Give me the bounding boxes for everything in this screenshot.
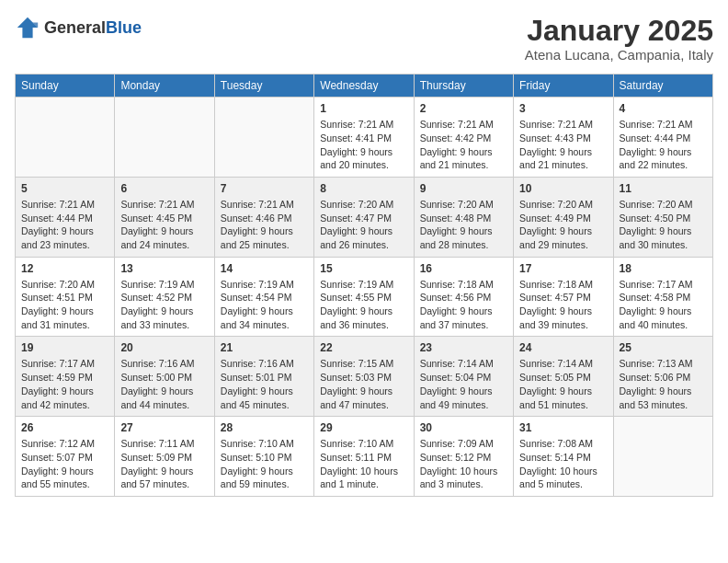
day-number: 16 xyxy=(420,262,507,275)
calendar-cell: 18Sunrise: 7:17 AM Sunset: 4:58 PM Dayli… xyxy=(613,257,712,337)
calendar-cell: 13Sunrise: 7:19 AM Sunset: 4:52 PM Dayli… xyxy=(115,257,214,337)
day-info: Sunrise: 7:20 AM Sunset: 4:48 PM Dayligh… xyxy=(420,198,507,252)
day-info: Sunrise: 7:19 AM Sunset: 4:52 PM Dayligh… xyxy=(120,278,208,332)
logo-blue-text: Blue xyxy=(106,19,142,36)
calendar-week-row: 12Sunrise: 7:20 AM Sunset: 4:51 PM Dayli… xyxy=(16,257,713,337)
weekday-header-friday: Friday xyxy=(514,75,613,98)
weekday-header-wednesday: Wednesday xyxy=(314,75,414,98)
day-number: 17 xyxy=(519,262,607,275)
calendar-cell: 24Sunrise: 7:14 AM Sunset: 5:05 PM Dayli… xyxy=(514,337,613,417)
day-info: Sunrise: 7:21 AM Sunset: 4:44 PM Dayligh… xyxy=(620,118,707,172)
day-number: 28 xyxy=(221,421,308,434)
day-info: Sunrise: 7:13 AM Sunset: 5:06 PM Dayligh… xyxy=(620,357,707,411)
calendar-cell xyxy=(214,98,313,178)
day-number: 4 xyxy=(620,102,707,115)
weekday-header-monday: Monday xyxy=(115,75,214,98)
day-number: 22 xyxy=(320,341,407,354)
day-info: Sunrise: 7:20 AM Sunset: 4:50 PM Dayligh… xyxy=(620,198,707,252)
weekday-header-saturday: Saturday xyxy=(613,75,712,98)
day-info: Sunrise: 7:18 AM Sunset: 4:57 PM Dayligh… xyxy=(519,278,607,332)
calendar-cell: 30Sunrise: 7:09 AM Sunset: 5:12 PM Dayli… xyxy=(414,417,513,497)
day-info: Sunrise: 7:15 AM Sunset: 5:03 PM Dayligh… xyxy=(320,357,407,411)
day-info: Sunrise: 7:17 AM Sunset: 4:58 PM Dayligh… xyxy=(620,278,707,332)
calendar-cell: 4Sunrise: 7:21 AM Sunset: 4:44 PM Daylig… xyxy=(613,98,712,178)
day-number: 26 xyxy=(21,421,108,434)
calendar-cell: 25Sunrise: 7:13 AM Sunset: 5:06 PM Dayli… xyxy=(613,337,712,417)
day-info: Sunrise: 7:11 AM Sunset: 5:09 PM Dayligh… xyxy=(120,437,208,491)
day-info: Sunrise: 7:14 AM Sunset: 5:05 PM Dayligh… xyxy=(519,357,607,411)
day-number: 15 xyxy=(320,262,407,275)
day-number: 18 xyxy=(620,262,707,275)
day-number: 30 xyxy=(420,421,507,434)
weekday-header-tuesday: Tuesday xyxy=(214,75,313,98)
calendar-cell: 14Sunrise: 7:19 AM Sunset: 4:54 PM Dayli… xyxy=(214,257,313,337)
day-info: Sunrise: 7:20 AM Sunset: 4:47 PM Dayligh… xyxy=(320,198,407,252)
calendar-week-row: 19Sunrise: 7:17 AM Sunset: 4:59 PM Dayli… xyxy=(16,337,713,417)
day-info: Sunrise: 7:14 AM Sunset: 5:04 PM Dayligh… xyxy=(420,357,507,411)
calendar-cell: 21Sunrise: 7:16 AM Sunset: 5:01 PM Dayli… xyxy=(214,337,313,417)
day-info: Sunrise: 7:21 AM Sunset: 4:44 PM Dayligh… xyxy=(21,198,108,252)
calendar-cell: 2Sunrise: 7:21 AM Sunset: 4:42 PM Daylig… xyxy=(414,98,513,178)
day-number: 29 xyxy=(320,421,407,434)
day-number: 10 xyxy=(519,182,607,195)
day-number: 12 xyxy=(21,262,108,275)
calendar-week-row: 5Sunrise: 7:21 AM Sunset: 4:44 PM Daylig… xyxy=(16,177,713,257)
day-info: Sunrise: 7:08 AM Sunset: 5:14 PM Dayligh… xyxy=(519,437,607,491)
calendar-cell: 22Sunrise: 7:15 AM Sunset: 5:03 PM Dayli… xyxy=(314,337,414,417)
day-info: Sunrise: 7:21 AM Sunset: 4:45 PM Dayligh… xyxy=(120,198,208,252)
calendar-cell: 28Sunrise: 7:10 AM Sunset: 5:10 PM Dayli… xyxy=(214,417,313,497)
calendar-cell: 7Sunrise: 7:21 AM Sunset: 4:46 PM Daylig… xyxy=(214,177,313,257)
weekday-header-row: SundayMondayTuesdayWednesdayThursdayFrid… xyxy=(16,75,713,98)
calendar-cell: 29Sunrise: 7:10 AM Sunset: 5:11 PM Dayli… xyxy=(314,417,414,497)
calendar-cell: 11Sunrise: 7:20 AM Sunset: 4:50 PM Dayli… xyxy=(613,177,712,257)
calendar-cell: 10Sunrise: 7:20 AM Sunset: 4:49 PM Dayli… xyxy=(514,177,613,257)
svg-marker-0 xyxy=(17,17,38,38)
day-info: Sunrise: 7:16 AM Sunset: 5:00 PM Dayligh… xyxy=(120,357,208,411)
calendar-cell xyxy=(16,98,115,178)
day-number: 31 xyxy=(519,421,607,434)
calendar-cell: 23Sunrise: 7:14 AM Sunset: 5:04 PM Dayli… xyxy=(414,337,513,417)
calendar-cell: 9Sunrise: 7:20 AM Sunset: 4:48 PM Daylig… xyxy=(414,177,513,257)
calendar-cell: 17Sunrise: 7:18 AM Sunset: 4:57 PM Dayli… xyxy=(514,257,613,337)
calendar-cell: 8Sunrise: 7:20 AM Sunset: 4:47 PM Daylig… xyxy=(314,177,414,257)
calendar-cell: 16Sunrise: 7:18 AM Sunset: 4:56 PM Dayli… xyxy=(414,257,513,337)
day-number: 13 xyxy=(120,262,208,275)
calendar-cell xyxy=(613,417,712,497)
day-info: Sunrise: 7:09 AM Sunset: 5:12 PM Dayligh… xyxy=(420,437,507,491)
day-number: 1 xyxy=(320,102,407,115)
day-info: Sunrise: 7:10 AM Sunset: 5:10 PM Dayligh… xyxy=(221,437,308,491)
day-info: Sunrise: 7:21 AM Sunset: 4:46 PM Dayligh… xyxy=(221,198,308,252)
calendar-cell: 31Sunrise: 7:08 AM Sunset: 5:14 PM Dayli… xyxy=(514,417,613,497)
calendar-week-row: 26Sunrise: 7:12 AM Sunset: 5:07 PM Dayli… xyxy=(16,417,713,497)
day-number: 14 xyxy=(221,262,308,275)
weekday-header-thursday: Thursday xyxy=(414,75,513,98)
day-number: 7 xyxy=(221,182,308,195)
calendar-cell: 3Sunrise: 7:21 AM Sunset: 4:43 PM Daylig… xyxy=(514,98,613,178)
calendar-cell xyxy=(115,98,214,178)
day-number: 9 xyxy=(420,182,507,195)
weekday-header-sunday: Sunday xyxy=(16,75,115,98)
day-info: Sunrise: 7:21 AM Sunset: 4:42 PM Dayligh… xyxy=(420,118,507,172)
day-info: Sunrise: 7:21 AM Sunset: 4:41 PM Dayligh… xyxy=(320,118,407,172)
day-info: Sunrise: 7:10 AM Sunset: 5:11 PM Dayligh… xyxy=(320,437,407,491)
day-number: 3 xyxy=(519,102,607,115)
title-block: January 2025 Atena Lucana, Campania, Ita… xyxy=(525,15,713,63)
calendar-cell: 12Sunrise: 7:20 AM Sunset: 4:51 PM Dayli… xyxy=(16,257,115,337)
calendar-cell: 5Sunrise: 7:21 AM Sunset: 4:44 PM Daylig… xyxy=(16,177,115,257)
day-info: Sunrise: 7:12 AM Sunset: 5:07 PM Dayligh… xyxy=(21,437,108,491)
location-subtitle: Atena Lucana, Campania, Italy xyxy=(525,47,713,63)
day-number: 24 xyxy=(519,341,607,354)
calendar-cell: 26Sunrise: 7:12 AM Sunset: 5:07 PM Dayli… xyxy=(16,417,115,497)
day-info: Sunrise: 7:16 AM Sunset: 5:01 PM Dayligh… xyxy=(221,357,308,411)
day-info: Sunrise: 7:20 AM Sunset: 4:49 PM Dayligh… xyxy=(519,198,607,252)
day-info: Sunrise: 7:21 AM Sunset: 4:43 PM Dayligh… xyxy=(519,118,607,172)
calendar-table: SundayMondayTuesdayWednesdayThursdayFrid… xyxy=(15,74,713,497)
day-number: 27 xyxy=(120,421,208,434)
day-info: Sunrise: 7:20 AM Sunset: 4:51 PM Dayligh… xyxy=(21,278,108,332)
day-number: 11 xyxy=(620,182,707,195)
day-info: Sunrise: 7:18 AM Sunset: 4:56 PM Dayligh… xyxy=(420,278,507,332)
calendar-cell: 1Sunrise: 7:21 AM Sunset: 4:41 PM Daylig… xyxy=(314,98,414,178)
day-number: 6 xyxy=(120,182,208,195)
logo: General Blue xyxy=(15,15,142,40)
calendar-cell: 19Sunrise: 7:17 AM Sunset: 4:59 PM Dayli… xyxy=(16,337,115,417)
